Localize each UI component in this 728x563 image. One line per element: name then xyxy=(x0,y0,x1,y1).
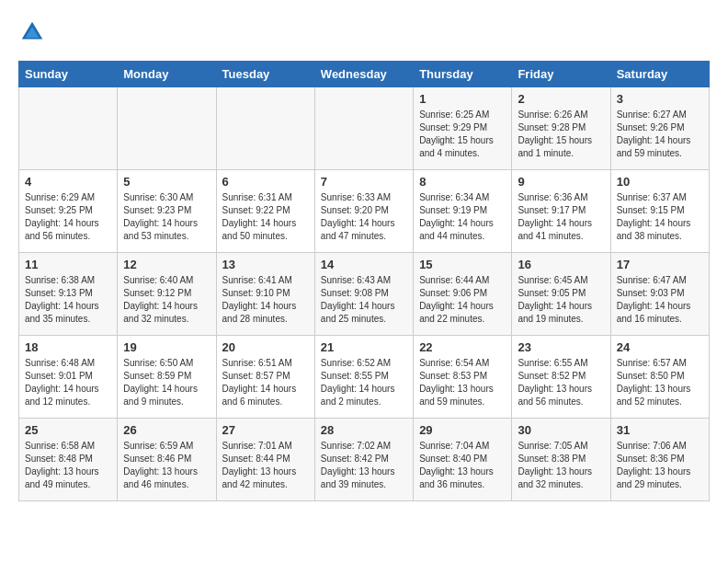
day-number: 1 xyxy=(419,92,506,106)
calendar-cell: 29Sunrise: 7:04 AM Sunset: 8:40 PM Dayli… xyxy=(414,419,512,501)
day-number: 2 xyxy=(518,92,604,106)
day-number: 26 xyxy=(123,423,210,437)
weekday-header-saturday: Saturday xyxy=(610,62,709,87)
day-info: Sunrise: 6:54 AM Sunset: 8:53 PM Dayligh… xyxy=(419,357,506,408)
day-number: 27 xyxy=(222,423,309,437)
calendar-cell: 19Sunrise: 6:50 AM Sunset: 8:59 PM Dayli… xyxy=(118,336,216,419)
day-info: Sunrise: 7:01 AM Sunset: 8:44 PM Dayligh… xyxy=(222,440,309,491)
day-info: Sunrise: 6:26 AM Sunset: 9:28 PM Dayligh… xyxy=(518,109,604,160)
day-info: Sunrise: 6:27 AM Sunset: 9:26 PM Dayligh… xyxy=(617,109,703,160)
day-number: 29 xyxy=(419,423,506,437)
calendar-cell xyxy=(118,87,216,170)
calendar-week-3: 11Sunrise: 6:38 AM Sunset: 9:13 PM Dayli… xyxy=(19,253,710,336)
calendar-cell: 23Sunrise: 6:55 AM Sunset: 8:52 PM Dayli… xyxy=(512,336,610,419)
calendar-table: SundayMondayTuesdayWednesdayThursdayFrid… xyxy=(18,61,710,501)
calendar-cell: 2Sunrise: 6:26 AM Sunset: 9:28 PM Daylig… xyxy=(512,87,610,170)
weekday-header-monday: Monday xyxy=(118,62,216,87)
day-info: Sunrise: 6:36 AM Sunset: 9:17 PM Dayligh… xyxy=(518,191,604,243)
day-number: 12 xyxy=(123,258,210,271)
day-number: 6 xyxy=(222,175,309,189)
day-number: 17 xyxy=(617,258,703,271)
weekday-header-sunday: Sunday xyxy=(19,62,118,87)
calendar-cell: 21Sunrise: 6:52 AM Sunset: 8:55 PM Dayli… xyxy=(314,336,413,419)
day-info: Sunrise: 6:29 AM Sunset: 9:25 PM Dayligh… xyxy=(25,191,111,243)
calendar-cell: 6Sunrise: 6:31 AM Sunset: 9:22 PM Daylig… xyxy=(216,170,314,253)
calendar-cell: 7Sunrise: 6:33 AM Sunset: 9:20 PM Daylig… xyxy=(314,170,413,253)
calendar-cell xyxy=(314,87,413,170)
day-info: Sunrise: 6:31 AM Sunset: 9:22 PM Dayligh… xyxy=(222,191,309,243)
page-header xyxy=(18,18,710,46)
day-info: Sunrise: 6:34 AM Sunset: 9:19 PM Dayligh… xyxy=(419,191,506,243)
day-info: Sunrise: 6:59 AM Sunset: 8:46 PM Dayligh… xyxy=(123,440,210,491)
calendar-cell: 15Sunrise: 6:44 AM Sunset: 9:06 PM Dayli… xyxy=(414,253,512,336)
day-number: 9 xyxy=(518,175,604,189)
calendar-week-1: 1Sunrise: 6:25 AM Sunset: 9:29 PM Daylig… xyxy=(19,87,710,170)
weekday-row: SundayMondayTuesdayWednesdayThursdayFrid… xyxy=(19,62,710,87)
calendar-cell: 24Sunrise: 6:57 AM Sunset: 8:50 PM Dayli… xyxy=(610,336,709,419)
calendar-week-5: 25Sunrise: 6:58 AM Sunset: 8:48 PM Dayli… xyxy=(19,419,710,501)
weekday-header-tuesday: Tuesday xyxy=(216,62,314,87)
logo xyxy=(18,18,50,46)
calendar-cell: 3Sunrise: 6:27 AM Sunset: 9:26 PM Daylig… xyxy=(610,87,709,170)
calendar-cell: 18Sunrise: 6:48 AM Sunset: 9:01 PM Dayli… xyxy=(19,336,118,419)
calendar-cell: 27Sunrise: 7:01 AM Sunset: 8:44 PM Dayli… xyxy=(216,419,314,501)
calendar-cell: 30Sunrise: 7:05 AM Sunset: 8:38 PM Dayli… xyxy=(512,419,610,501)
day-number: 5 xyxy=(123,175,210,189)
day-number: 3 xyxy=(617,92,703,106)
calendar-cell: 12Sunrise: 6:40 AM Sunset: 9:12 PM Dayli… xyxy=(118,253,216,336)
calendar-cell xyxy=(216,87,314,170)
day-info: Sunrise: 6:57 AM Sunset: 8:50 PM Dayligh… xyxy=(617,357,703,408)
day-info: Sunrise: 6:44 AM Sunset: 9:06 PM Dayligh… xyxy=(419,274,506,326)
day-info: Sunrise: 7:02 AM Sunset: 8:42 PM Dayligh… xyxy=(321,440,407,491)
day-number: 31 xyxy=(617,423,703,437)
calendar-cell: 10Sunrise: 6:37 AM Sunset: 9:15 PM Dayli… xyxy=(610,170,709,253)
day-info: Sunrise: 6:33 AM Sunset: 9:20 PM Dayligh… xyxy=(321,191,407,243)
calendar-week-4: 18Sunrise: 6:48 AM Sunset: 9:01 PM Dayli… xyxy=(19,336,710,419)
day-info: Sunrise: 6:47 AM Sunset: 9:03 PM Dayligh… xyxy=(617,274,703,326)
day-number: 11 xyxy=(25,258,111,271)
calendar-cell: 14Sunrise: 6:43 AM Sunset: 9:08 PM Dayli… xyxy=(314,253,413,336)
day-number: 4 xyxy=(25,175,111,189)
day-number: 22 xyxy=(419,340,506,354)
day-info: Sunrise: 7:05 AM Sunset: 8:38 PM Dayligh… xyxy=(518,440,604,491)
calendar-cell: 1Sunrise: 6:25 AM Sunset: 9:29 PM Daylig… xyxy=(414,87,512,170)
day-info: Sunrise: 6:58 AM Sunset: 8:48 PM Dayligh… xyxy=(25,440,111,491)
day-number: 23 xyxy=(518,340,604,354)
calendar-cell: 22Sunrise: 6:54 AM Sunset: 8:53 PM Dayli… xyxy=(414,336,512,419)
day-number: 13 xyxy=(222,258,309,271)
day-info: Sunrise: 6:45 AM Sunset: 9:05 PM Dayligh… xyxy=(518,274,604,326)
day-info: Sunrise: 7:06 AM Sunset: 8:36 PM Dayligh… xyxy=(617,440,703,491)
weekday-header-friday: Friday xyxy=(512,62,610,87)
day-info: Sunrise: 6:41 AM Sunset: 9:10 PM Dayligh… xyxy=(222,274,309,326)
day-number: 7 xyxy=(321,175,407,189)
calendar-body: 1Sunrise: 6:25 AM Sunset: 9:29 PM Daylig… xyxy=(19,87,710,501)
calendar-cell: 20Sunrise: 6:51 AM Sunset: 8:57 PM Dayli… xyxy=(216,336,314,419)
day-info: Sunrise: 6:38 AM Sunset: 9:13 PM Dayligh… xyxy=(25,274,111,326)
day-info: Sunrise: 6:43 AM Sunset: 9:08 PM Dayligh… xyxy=(321,274,407,326)
calendar-cell: 4Sunrise: 6:29 AM Sunset: 9:25 PM Daylig… xyxy=(19,170,118,253)
day-info: Sunrise: 6:55 AM Sunset: 8:52 PM Dayligh… xyxy=(518,357,604,408)
day-info: Sunrise: 6:51 AM Sunset: 8:57 PM Dayligh… xyxy=(222,357,309,408)
calendar-cell: 5Sunrise: 6:30 AM Sunset: 9:23 PM Daylig… xyxy=(118,170,216,253)
day-info: Sunrise: 6:50 AM Sunset: 8:59 PM Dayligh… xyxy=(123,357,210,408)
day-number: 21 xyxy=(321,340,407,354)
day-info: Sunrise: 6:30 AM Sunset: 9:23 PM Dayligh… xyxy=(123,191,210,243)
calendar-cell: 8Sunrise: 6:34 AM Sunset: 9:19 PM Daylig… xyxy=(414,170,512,253)
calendar-week-2: 4Sunrise: 6:29 AM Sunset: 9:25 PM Daylig… xyxy=(19,170,710,253)
calendar-cell: 9Sunrise: 6:36 AM Sunset: 9:17 PM Daylig… xyxy=(512,170,610,253)
day-number: 18 xyxy=(25,340,111,354)
day-number: 30 xyxy=(518,423,604,437)
calendar-cell: 25Sunrise: 6:58 AM Sunset: 8:48 PM Dayli… xyxy=(19,419,118,501)
day-number: 28 xyxy=(321,423,407,437)
calendar-cell: 28Sunrise: 7:02 AM Sunset: 8:42 PM Dayli… xyxy=(314,419,413,501)
calendar-cell: 26Sunrise: 6:59 AM Sunset: 8:46 PM Dayli… xyxy=(118,419,216,501)
day-number: 24 xyxy=(617,340,703,354)
calendar-cell: 13Sunrise: 6:41 AM Sunset: 9:10 PM Dayli… xyxy=(216,253,314,336)
day-info: Sunrise: 6:48 AM Sunset: 9:01 PM Dayligh… xyxy=(25,357,111,408)
calendar-cell: 31Sunrise: 7:06 AM Sunset: 8:36 PM Dayli… xyxy=(610,419,709,501)
day-info: Sunrise: 6:52 AM Sunset: 8:55 PM Dayligh… xyxy=(321,357,407,408)
day-number: 8 xyxy=(419,175,506,189)
calendar-cell: 11Sunrise: 6:38 AM Sunset: 9:13 PM Dayli… xyxy=(19,253,118,336)
calendar-header: SundayMondayTuesdayWednesdayThursdayFrid… xyxy=(19,62,710,87)
day-info: Sunrise: 6:40 AM Sunset: 9:12 PM Dayligh… xyxy=(123,274,210,326)
